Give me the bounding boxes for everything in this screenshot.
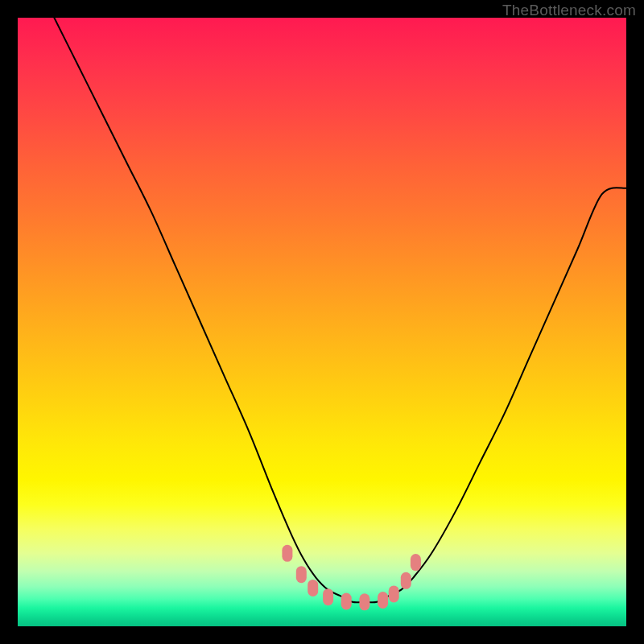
highlight-marker bbox=[411, 554, 421, 571]
highlight-marker bbox=[341, 593, 352, 610]
watermark-text: TheBottleneck.com bbox=[502, 2, 636, 19]
highlight-marker bbox=[282, 545, 292, 562]
curve-svg bbox=[18, 18, 626, 626]
plot-area bbox=[18, 18, 626, 626]
highlight-marker bbox=[378, 592, 388, 609]
highlight-marker bbox=[323, 588, 333, 605]
highlight-marker bbox=[296, 566, 307, 583]
marker-group bbox=[282, 545, 421, 611]
highlight-marker bbox=[389, 585, 399, 602]
highlight-marker bbox=[359, 593, 369, 610]
bottleneck-curve bbox=[54, 18, 626, 602]
chart-frame: TheBottleneck.com bbox=[0, 0, 644, 644]
curve-path-group bbox=[54, 18, 626, 602]
highlight-marker bbox=[308, 580, 318, 597]
highlight-marker bbox=[401, 572, 411, 589]
